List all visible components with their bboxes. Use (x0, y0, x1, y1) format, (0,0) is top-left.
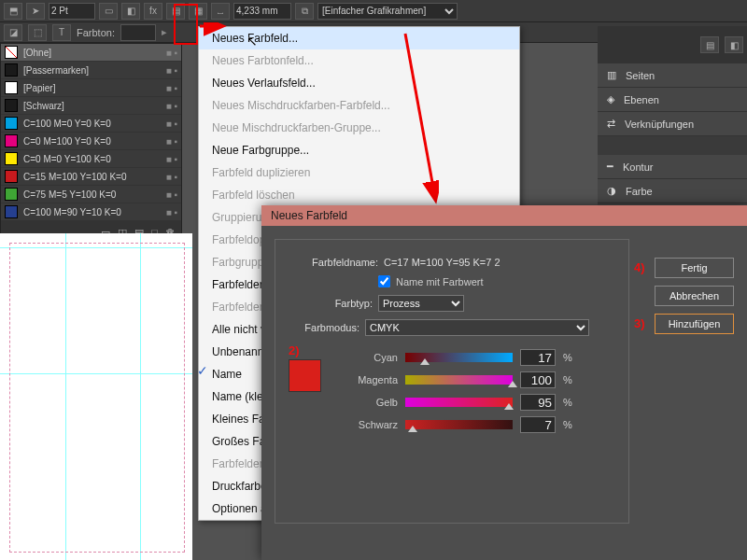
swatch-row[interactable]: [Ohne]■ ▪ (1, 44, 181, 62)
linked-icon[interactable]: ⧉ (295, 3, 314, 20)
anchor-icon[interactable]: ⬒ (4, 3, 22, 20)
swatch-type-icons: ■ ▪ (166, 48, 177, 58)
swatch-type-icons: ■ ▪ (166, 101, 177, 111)
swatch-chip (5, 188, 18, 201)
panel-icon: ◈ (607, 93, 614, 105)
add-button[interactable]: Hinzufügen (655, 314, 734, 334)
swatch-row[interactable]: C=100 M=90 Y=10 K=0■ ▪ (1, 203, 181, 221)
yellow-slider[interactable] (405, 398, 513, 407)
swatch-name: [Passermarken] (23, 65, 166, 76)
panel-label: Verknüpfungen (625, 119, 694, 130)
square-icon[interactable]: ▭ (99, 3, 118, 20)
swatch-name: C=75 M=5 Y=100 K=0 (23, 189, 166, 200)
color-preview (289, 359, 321, 392)
swatch-chip (5, 134, 18, 147)
magenta-value[interactable] (520, 371, 556, 388)
swatch-name: [Schwarz] (23, 101, 166, 111)
swatch-row[interactable]: C=0 M=100 Y=0 K=0■ ▪ (1, 133, 181, 150)
panel-label: Ebenen (624, 94, 659, 105)
fillstroke-icon[interactable]: ◪ (4, 24, 22, 41)
dialog-title: Neues Farbfeld (261, 205, 747, 226)
panel-icon[interactable]: ▤ (700, 36, 719, 53)
swatch-type-icons: ■ ▪ (166, 65, 177, 76)
swatch-name-value: C=17 M=100 Y=95 K=7 2 (384, 257, 500, 268)
annotation-4: 4) (634, 260, 645, 274)
swatch-row[interactable]: C=100 M=0 Y=0 K=0■ ▪ (1, 115, 181, 133)
cyan-value[interactable] (520, 349, 556, 366)
swatch-type-icons: ■ ▪ (166, 172, 177, 182)
panel-farbe[interactable]: ◑Farbe (598, 179, 747, 203)
swatches-panel: [Ohne]■ ▪[Passermarken]■ ▪[Papier]■ ▪[Sc… (0, 43, 182, 245)
frame-dropdown[interactable]: [Einfacher Grafikrahmen] (317, 3, 458, 20)
annotation-arrow (196, 22, 439, 209)
panel-label: Seiten (626, 70, 655, 81)
document-canvas[interactable] (0, 233, 192, 560)
new-swatch-dialog: Neues Farbfeld Farbfeldname: C=17 M=100 … (261, 205, 747, 560)
swatch-chip (5, 170, 18, 183)
swatch-type-icons: ■ ▪ (166, 119, 177, 129)
panel-verknüpfungen[interactable]: ⇄Verknüpfungen (598, 112, 747, 136)
panel-label: Farbe (626, 186, 653, 197)
swatch-name: [Ohne] (23, 48, 166, 58)
panel-icon: ◑ (607, 185, 616, 197)
panel-seiten[interactable]: ▥Seiten (598, 63, 747, 88)
panel-icon: ▥ (607, 69, 616, 81)
cancel-button[interactable]: Abbrechen (655, 286, 734, 306)
mode-select[interactable]: CMYK (365, 319, 589, 336)
swatch-type-icons: ■ ▪ (166, 136, 177, 147)
done-button[interactable]: Fertig (655, 258, 734, 278)
type-label: Farbtyp: (289, 298, 373, 309)
cyan-slider[interactable] (405, 353, 513, 362)
swatch-name: C=100 M=90 Y=10 K=0 (23, 207, 166, 217)
noformat-icon[interactable]: ⬚ (28, 24, 47, 41)
swatch-name: C=15 M=100 Y=100 K=0 (23, 172, 166, 182)
cursor-icon: ↖ (247, 34, 258, 49)
yellow-value[interactable] (520, 394, 556, 411)
swatch-name: C=0 M=0 Y=100 K=0 (23, 154, 166, 164)
swatch-row[interactable]: [Papier]■ ▪ (1, 79, 181, 97)
panel-icon2[interactable]: ◧ (725, 36, 743, 53)
swatch-type-icons: ■ ▪ (166, 189, 177, 200)
swatch-row[interactable]: C=75 M=5 Y=100 K=0■ ▪ (1, 186, 181, 203)
swatch-row[interactable]: C=0 M=0 Y=100 K=0■ ▪ (1, 150, 181, 168)
tone-input[interactable] (120, 24, 156, 41)
check-icon: ✓ (197, 363, 208, 378)
magenta-label: Magenta (332, 374, 398, 385)
text-icon[interactable]: T (52, 24, 71, 41)
swatch-chip (5, 81, 18, 94)
panel-icon: ━ (607, 161, 613, 173)
swatch-chip (5, 152, 18, 165)
mode-label: Farbmodus: (289, 322, 359, 333)
toolbar-top: ⬒ ➤ ▭ ◧ fx ▤ ▦ ⎵ ⧉ [Einfacher Grafikrahm… (0, 0, 747, 22)
black-value[interactable] (520, 416, 556, 433)
panel-icon: ⇄ (607, 118, 615, 130)
panel-ebenen[interactable]: ◈Ebenen (598, 88, 747, 112)
swatch-row[interactable]: [Passermarken]■ ▪ (1, 62, 181, 79)
annotation-3: 3) (634, 316, 645, 330)
swatch-chip (5, 63, 18, 77)
bracket-icon[interactable]: ⎵ (211, 3, 230, 20)
fx-icon[interactable]: fx (144, 3, 162, 20)
panel-kontur[interactable]: ━Kontur (598, 155, 747, 179)
name-with-value-checkbox[interactable] (378, 275, 390, 287)
black-slider[interactable] (405, 420, 513, 429)
swatch-name: [Papier] (23, 83, 166, 93)
swatch-type-icons: ■ ▪ (166, 154, 177, 164)
opt-icon[interactable]: ◧ (121, 3, 140, 20)
swatch-type-icons: ■ ▪ (166, 207, 177, 217)
annotation-2: 2) (289, 343, 321, 357)
swatch-row[interactable]: C=15 M=100 Y=100 K=0■ ▪ (1, 168, 181, 186)
type-select[interactable]: Prozess (378, 295, 464, 312)
swatch-name-label: Farbfeldname: (294, 257, 378, 268)
swatch-chip (5, 46, 18, 59)
annotation-box (174, 4, 198, 45)
stroke-weight-input[interactable] (49, 3, 95, 20)
dialog-inner: Farbfeldname: C=17 M=100 Y=95 K=7 2 Name… (275, 239, 629, 524)
swatch-name: C=0 M=100 Y=0 K=0 (23, 136, 166, 147)
magenta-slider[interactable] (405, 375, 513, 385)
measurement-input[interactable] (233, 3, 291, 20)
swatch-type-icons: ■ ▪ (166, 83, 177, 93)
swatch-chip (5, 117, 18, 130)
swatch-row[interactable]: [Schwarz]■ ▪ (1, 97, 181, 115)
arrow-icon[interactable]: ➤ (26, 3, 45, 20)
